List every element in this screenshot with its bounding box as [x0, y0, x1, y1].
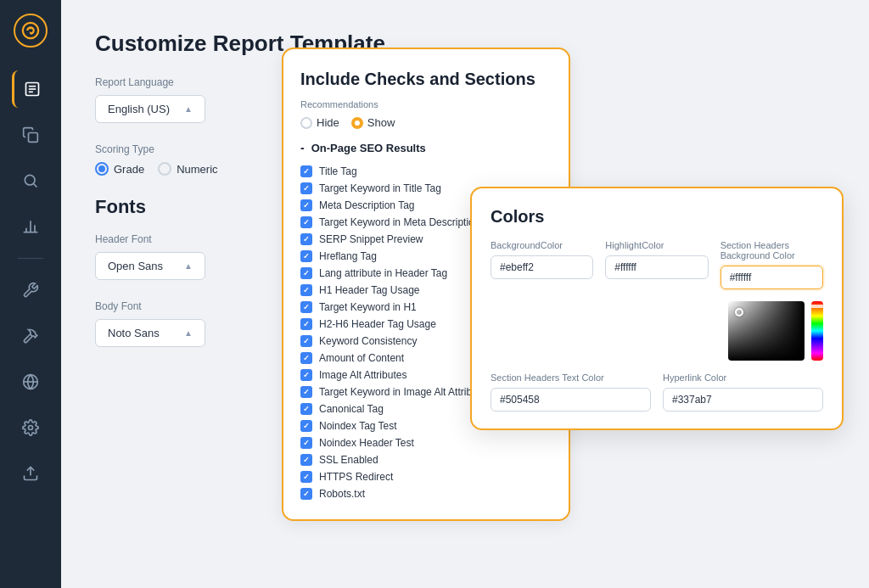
check-box [300, 471, 312, 483]
section-headers-bg-field: Section Headers Background Color #ffffff [720, 240, 823, 289]
svg-point-5 [25, 175, 35, 185]
section-header: - On-Page SEO Results [300, 141, 552, 154]
section-headers-text-label: Section Headers Text Color [491, 372, 651, 383]
sidebar-item-edit[interactable] [12, 70, 49, 108]
hide-radio-circle [300, 117, 312, 129]
check-box [300, 250, 312, 262]
color-spectrum[interactable] [811, 301, 823, 361]
check-box [300, 199, 312, 211]
sidebar-item-search[interactable] [12, 162, 49, 199]
check-item-robots[interactable]: Robots.txt [300, 485, 552, 502]
sidebar [0, 0, 61, 588]
check-box [300, 318, 312, 330]
sidebar-item-globe[interactable] [12, 363, 49, 400]
check-box [300, 284, 312, 296]
colors-title: Colors [491, 207, 823, 227]
picker-dot [735, 308, 743, 316]
check-box [300, 488, 312, 500]
chevron-down-icon: ▲ [184, 104, 193, 114]
check-box [300, 420, 312, 432]
numeric-radio-circle [158, 162, 171, 176]
chevron-down-icon-3: ▲ [184, 328, 193, 338]
section-headers-bg-value: #ffffff [730, 272, 752, 283]
section-bullet: - [300, 141, 305, 154]
recommendations-row: Hide Show [300, 116, 552, 129]
body-font-value: Noto Sans [108, 327, 160, 339]
check-box [300, 386, 312, 398]
check-box [300, 369, 312, 381]
report-language-dropdown[interactable]: English (US) ▲ [95, 95, 205, 123]
check-box [300, 216, 312, 228]
hyperlink-color-value: #337ab7 [672, 394, 712, 406]
hyperlink-color-label: Hyperlink Color [663, 372, 823, 383]
check-box [300, 182, 312, 194]
check-item-title-tag[interactable]: Title Tag [300, 163, 552, 180]
check-box [300, 454, 312, 466]
recommendations-label: Recommendations [300, 99, 552, 109]
check-box [300, 165, 312, 177]
show-radio-circle [351, 117, 363, 129]
header-font-value: Open Sans [108, 260, 163, 272]
body-font-dropdown[interactable]: Noto Sans ▲ [95, 319, 205, 347]
section-headers-text-value: #505458 [500, 394, 540, 406]
background-color-input[interactable]: #ebeff2 [491, 255, 593, 279]
section-header-text: On-Page SEO Results [311, 142, 426, 154]
highlight-color-input[interactable]: #ffffff [605, 255, 708, 279]
section-headers-bg-input[interactable]: #ffffff [720, 266, 823, 289]
check-box [300, 437, 312, 449]
header-font-dropdown[interactable]: Open Sans ▲ [95, 252, 205, 280]
sidebar-divider [18, 258, 43, 259]
hide-label: Hide [317, 116, 339, 129]
hide-radio[interactable]: Hide [300, 116, 339, 129]
section-headers-bg-label: Section Headers Background Color [720, 240, 823, 260]
background-color-label: BackgroundColor [491, 240, 593, 250]
sidebar-item-chart[interactable] [12, 208, 49, 245]
numeric-radio-label: Numeric [177, 163, 217, 176]
color-gradient-picker[interactable] [728, 301, 805, 361]
show-label: Show [367, 116, 395, 129]
show-radio[interactable]: Show [351, 116, 395, 129]
main-content: Customize Report Template Report Languag… [61, 0, 869, 588]
check-box [300, 233, 312, 245]
hyperlink-color-input[interactable]: #337ab7 [663, 388, 823, 412]
color-picker[interactable] [491, 301, 823, 361]
check-box [300, 301, 312, 313]
numeric-radio[interactable]: Numeric [158, 162, 217, 176]
sidebar-item-upload[interactable] [12, 455, 49, 492]
app-logo[interactable] [14, 14, 48, 48]
background-color-field: BackgroundColor #ebeff2 [491, 240, 593, 289]
sidebar-item-settings[interactable] [12, 409, 49, 446]
section-headers-text-input[interactable]: #505458 [491, 388, 651, 412]
colors-bottom-row: Section Headers Text Color #505458 Hyper… [491, 372, 823, 412]
hyperlink-color-field: Hyperlink Color #337ab7 [663, 372, 823, 412]
spectrum-thumb [810, 305, 825, 308]
highlight-color-value: #ffffff [614, 261, 636, 273]
colors-panel: Colors BackgroundColor #ebeff2 Highlight… [470, 187, 844, 430]
check-box [300, 403, 312, 415]
grade-radio-label: Grade [114, 163, 144, 176]
svg-line-6 [34, 184, 37, 188]
check-box [300, 335, 312, 347]
sidebar-item-tool[interactable] [12, 272, 49, 309]
section-headers-text-field: Section Headers Text Color #505458 [491, 372, 651, 412]
check-item-https[interactable]: HTTPS Redirect [300, 468, 552, 485]
colors-top-row: BackgroundColor #ebeff2 HighlightColor #… [491, 240, 823, 289]
background-color-value: #ebeff2 [500, 261, 534, 273]
grade-radio-circle [95, 162, 109, 176]
check-item-ssl[interactable]: SSL Enabled [300, 451, 552, 468]
check-box [300, 352, 312, 364]
highlight-color-field: HighlightColor #ffffff [605, 240, 708, 289]
chevron-down-icon-2: ▲ [184, 261, 193, 271]
checks-title: Include Checks and Sections [300, 70, 552, 89]
svg-rect-4 [29, 133, 38, 143]
svg-point-13 [29, 426, 33, 430]
highlight-color-label: HighlightColor [605, 240, 708, 250]
sidebar-item-copy[interactable] [12, 116, 49, 154]
sidebar-item-hammer[interactable] [12, 317, 49, 355]
report-language-value: English (US) [108, 103, 170, 115]
grade-radio[interactable]: Grade [95, 162, 144, 176]
check-item-noindex-header[interactable]: Noindex Header Test [300, 434, 552, 451]
check-box [300, 267, 312, 279]
